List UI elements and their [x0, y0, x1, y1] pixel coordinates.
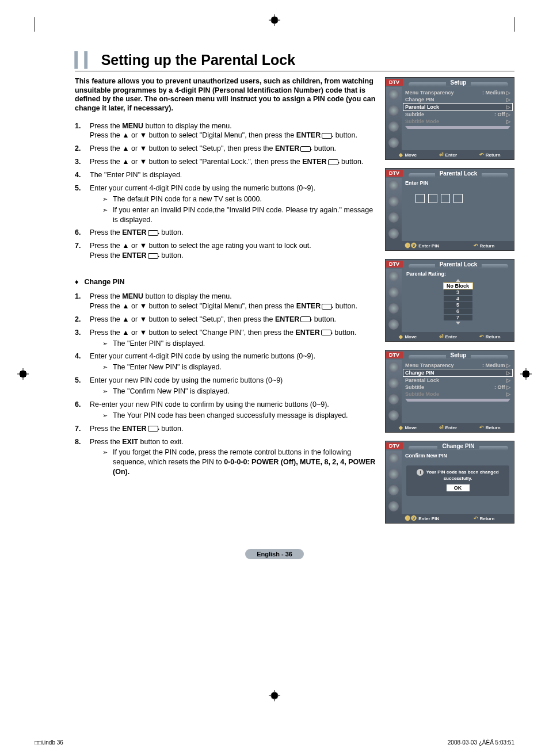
- step-item: 1.Press the MENU button to display the m…: [75, 292, 378, 311]
- step-note: ➣If you enter an invalid PIN code,the "I…: [102, 205, 378, 225]
- page-title: Setting up the Parental Lock: [101, 52, 296, 68]
- osd-parental-rating: DTVParental Lock Parental Rating: No Blo…: [385, 259, 514, 342]
- rating-item: No Block: [444, 283, 472, 289]
- enter-button-icon: [322, 133, 332, 139]
- osd-menu-item: Subtitle: Off ▷: [405, 384, 510, 391]
- osd-menu-item: Change PIN ▷: [403, 369, 512, 376]
- enter-button-icon: [148, 230, 158, 236]
- osd-menu-item: Parental Lock ▷: [403, 104, 512, 110]
- heading-decor-icon: ▎▎: [75, 52, 94, 68]
- registration-mark-icon: [17, 368, 29, 380]
- step-item: 3.Press the ▲ or ▼ button to select "Cha…: [75, 328, 378, 349]
- osd-setup-parental: DTVSetup Menu Transparency: Medium ▷Chan…: [385, 77, 514, 160]
- step-item: 4.The "Enter PIN" is displayed.: [75, 170, 378, 180]
- rating-item: 6: [444, 308, 472, 314]
- osd-menu-item: Menu Transparency: Medium ▷: [405, 362, 510, 369]
- rating-item: 3: [444, 289, 472, 295]
- step-note: ➣The Your PIN code has been changed succ…: [102, 411, 378, 421]
- osd-menu-item: Subtitle Mode ▷: [405, 391, 510, 398]
- print-metadata: □□i.indb 36 2008-03-03 ¿ÀÈÄ 5:03:51: [35, 739, 514, 746]
- osd-preview-column: DTVSetup Menu Transparency: Medium ▷Chan…: [385, 77, 514, 532]
- enter-button-icon: [321, 330, 331, 335]
- step-item: 8.Press the EXIT button to exit.➣If you …: [75, 437, 378, 478]
- osd-setup-changepin: DTVSetup Menu Transparency: Medium ▷Chan…: [385, 350, 514, 433]
- instruction-column: This feature allows you to prevent unaut…: [75, 77, 385, 532]
- osd-menu-item: Change PIN ▷: [405, 96, 510, 103]
- step-item: 6.Re-enter your new PIN code to confirm …: [75, 400, 378, 421]
- step-note: ➣If you forget the PIN code, press the r…: [102, 448, 378, 477]
- enter-button-icon: [148, 253, 158, 259]
- osd-menu-item: Subtitle: Off ▷: [405, 111, 510, 118]
- step-item: 2.Press the ▲ or ▼ button to select "Set…: [75, 144, 378, 154]
- step-item: 7.Press the ▲ or ▼ button to select the …: [75, 241, 378, 261]
- step-item: 7.Press the ENTER button.: [75, 424, 378, 434]
- osd-confirm-pin: DTVChange PIN Confirm New PIN !Your PIN …: [385, 441, 514, 524]
- step-item: 4.Enter your current 4-digit PIN code by…: [75, 352, 378, 372]
- step-note: ➣The default PIN code for a new TV set i…: [102, 194, 378, 204]
- page-number: English - 36: [35, 549, 514, 559]
- rating-item: 4: [444, 296, 472, 301]
- step-item: 3.Press the ▲ or ▼ button to select "Par…: [75, 157, 378, 167]
- step-item: 2.Press the ▲ or ▼ button to select "Set…: [75, 315, 378, 324]
- enter-button-icon: [300, 146, 311, 152]
- osd-menu-item: Menu Transparency: Medium ▷: [405, 89, 510, 96]
- step-item: 1.Press the MENU button to display the m…: [75, 121, 378, 141]
- step-item: 5.Enter your new PIN code by using the n…: [75, 376, 378, 396]
- enter-button-icon: [322, 304, 332, 310]
- step-item: 5.Enter your current 4-digit PIN code by…: [75, 184, 378, 225]
- enter-button-icon: [300, 316, 311, 322]
- step-note: ➣The "Enter New PIN" is displayed.: [102, 362, 378, 372]
- rating-item: 5: [444, 302, 472, 308]
- intro-text: This feature allows you to prevent unaut…: [75, 77, 378, 113]
- subsection-title: ♦Change PIN: [75, 278, 378, 286]
- rating-item: 7: [444, 315, 472, 320]
- step-note: ➣The "Confirm New PIN" is displayed.: [102, 387, 378, 396]
- enter-button-icon: [328, 159, 338, 165]
- step-item: 6.Press the ENTER button.: [75, 228, 378, 238]
- step-note: ➣The "Enter PIN" is displayed.: [102, 339, 378, 349]
- registration-mark-icon: [520, 368, 532, 380]
- osd-enter-pin: DTVParental Lock Enter PIN ⓿ ➒Enter PIN …: [385, 168, 514, 251]
- registration-mark-icon: [269, 690, 280, 701]
- osd-menu-item: Subtitle Mode ▷: [405, 118, 510, 125]
- osd-menu-item: Parental Lock ▷: [405, 377, 510, 384]
- enter-button-icon: [148, 426, 158, 432]
